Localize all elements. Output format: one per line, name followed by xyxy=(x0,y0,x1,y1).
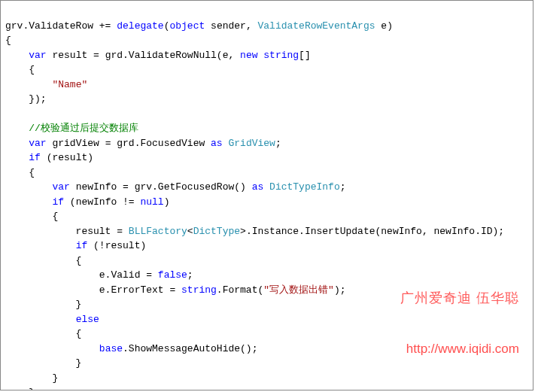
keyword-false: false xyxy=(158,269,187,281)
keyword-delegate: delegate xyxy=(117,20,163,32)
code-text: grv.ValidateRow += xyxy=(5,20,117,32)
keyword-new: new xyxy=(240,50,257,61)
keyword-string: string xyxy=(263,50,299,61)
keyword-as: as xyxy=(211,138,223,149)
string-literal: "写入数据出错" xyxy=(263,284,334,296)
keyword-var: var xyxy=(52,181,69,193)
keyword-as: as xyxy=(252,181,264,193)
keyword-string: string xyxy=(181,284,217,296)
string-literal: "Name" xyxy=(52,79,87,90)
watermark: 广州爱奇迪 伍华聪 http://www.iqidi.com xyxy=(400,259,519,373)
keyword-else: else xyxy=(76,314,99,325)
keyword-var: var xyxy=(29,50,46,61)
keyword-if: if xyxy=(76,240,88,251)
watermark-url: http://www.iqidi.com xyxy=(400,339,519,359)
keyword-object: object xyxy=(169,20,205,32)
type-validateroweventargs: ValidateRowEventArgs xyxy=(258,20,375,32)
keyword-if: if xyxy=(29,152,41,163)
type-bllfactory: BLLFactory xyxy=(129,226,187,237)
keyword-base: base xyxy=(99,343,123,354)
keyword-var: var xyxy=(29,138,46,149)
comment: //校验通过后提交数据库 xyxy=(29,123,138,134)
type-dicttypeinfo: DictTypeInfo xyxy=(269,181,340,193)
keyword-if: if xyxy=(52,196,64,208)
code-block: grv.ValidateRow += delegate(object sende… xyxy=(0,0,533,390)
keyword-null: null xyxy=(140,196,163,208)
type-gridview: GridView xyxy=(228,138,275,149)
watermark-text: 广州爱奇迪 伍华聪 xyxy=(400,288,519,308)
type-dicttype: DictType xyxy=(193,226,240,237)
